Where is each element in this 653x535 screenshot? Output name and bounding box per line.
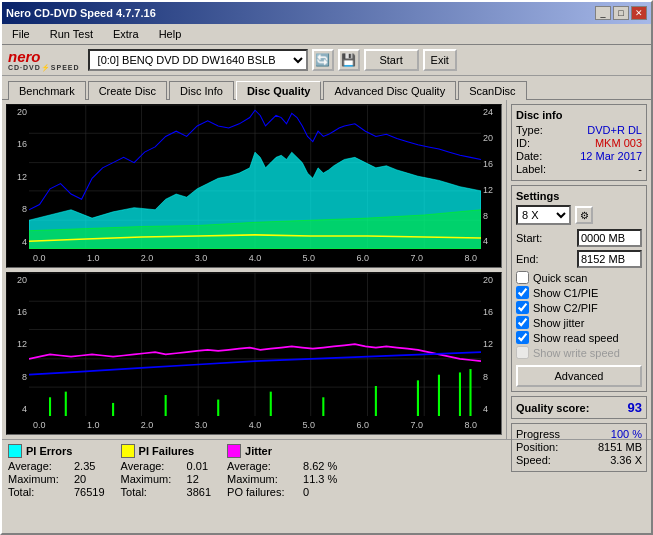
- close-button[interactable]: ✕: [631, 6, 647, 20]
- jitter-max-value: 11.3 %: [303, 473, 337, 485]
- position-label: Position:: [516, 441, 558, 453]
- jitter-color-swatch: [227, 444, 241, 458]
- tab-disc-info[interactable]: Disc Info: [169, 81, 234, 100]
- quick-scan-checkbox[interactable]: [516, 271, 529, 284]
- pi-failures-avg-label: Average:: [121, 460, 186, 472]
- show-c1-row: Show C1/PIE: [516, 286, 642, 299]
- title-bar: Nero CD-DVD Speed 4.7.7.16 _ □ ✕: [2, 2, 651, 24]
- chart2-yaxis-right: 20 16 12 8 4: [481, 273, 501, 417]
- show-c1-checkbox[interactable]: [516, 286, 529, 299]
- refresh-icon[interactable]: 🔄: [312, 49, 334, 71]
- start-input[interactable]: [577, 229, 642, 247]
- show-write-speed-label: Show write speed: [533, 347, 620, 359]
- pi-errors-avg-value: 2.35: [74, 460, 105, 472]
- show-c1-label: Show C1/PIE: [533, 287, 598, 299]
- pi-errors-color-swatch: [8, 444, 22, 458]
- exit-button[interactable]: Exit: [423, 49, 457, 71]
- menu-help[interactable]: Help: [153, 26, 188, 42]
- chart1-yaxis-right: 24 20 16 12 8 4: [481, 105, 501, 249]
- show-write-speed-checkbox: [516, 346, 529, 359]
- quick-scan-row: Quick scan: [516, 271, 642, 284]
- title-buttons: _ □ ✕: [595, 6, 647, 20]
- disc-label-row: Label: -: [516, 163, 642, 175]
- show-c2-label: Show C2/PIF: [533, 302, 598, 314]
- jitter-po-value: 0: [303, 486, 337, 498]
- disc-id-label: ID:: [516, 137, 530, 149]
- progress-value: 100 %: [611, 428, 642, 440]
- disc-date-row: Date: 12 Mar 2017: [516, 150, 642, 162]
- charts-area: 20 16 12 8 4 24 20 16 12 8 4: [2, 100, 506, 439]
- show-jitter-checkbox[interactable]: [516, 316, 529, 329]
- show-read-speed-checkbox[interactable]: [516, 331, 529, 344]
- tabs-bar: Benchmark Create Disc Disc Info Disc Qua…: [2, 76, 651, 99]
- disc-type-label: Type:: [516, 124, 543, 136]
- progress-row: Progress 100 %: [516, 428, 642, 440]
- pi-failures-label: PI Failures: [139, 445, 195, 457]
- disc-id-value: MKM 003: [595, 137, 642, 149]
- toolbar: nero CD·DVD⚡SPEED [0:0] BENQ DVD DD DW16…: [2, 45, 651, 76]
- position-value: 8151 MB: [598, 441, 642, 453]
- jitter-avg-value: 8.62 %: [303, 460, 337, 472]
- main-window: Nero CD-DVD Speed 4.7.7.16 _ □ ✕ File Ru…: [0, 0, 653, 535]
- start-field-row: Start:: [516, 229, 642, 247]
- show-c2-checkbox[interactable]: [516, 301, 529, 314]
- quick-scan-label: Quick scan: [533, 272, 587, 284]
- speed-select[interactable]: 8 X: [516, 205, 571, 225]
- end-input[interactable]: [577, 250, 642, 268]
- menu-run-test[interactable]: Run Test: [44, 26, 99, 42]
- pi-failures-avg-value: 0.01: [187, 460, 211, 472]
- settings-section: Settings 8 X ⚙ Start: End: Qui: [511, 185, 647, 392]
- tab-advanced-disc-quality[interactable]: Advanced Disc Quality: [323, 81, 456, 100]
- chart1: 20 16 12 8 4 24 20 16 12 8 4: [6, 104, 502, 268]
- legend-pi-failures: PI Failures Average: 0.01 Maximum: 12 To…: [121, 444, 211, 498]
- progress-section: Progress 100 % Position: 8151 MB Speed: …: [511, 423, 647, 472]
- start-label: Start:: [516, 232, 542, 244]
- drive-select[interactable]: [0:0] BENQ DVD DD DW1640 BSLB: [88, 49, 308, 71]
- disc-info-title: Disc info: [516, 109, 642, 121]
- show-jitter-row: Show jitter: [516, 316, 642, 329]
- disc-type-value: DVD+R DL: [587, 124, 642, 136]
- show-write-speed-row: Show write speed: [516, 346, 642, 359]
- disc-label-label: Label:: [516, 163, 546, 175]
- speed-row-progress: Speed: 3.36 X: [516, 454, 642, 466]
- end-label: End:: [516, 253, 539, 265]
- menu-file[interactable]: File: [6, 26, 36, 42]
- position-row: Position: 8151 MB: [516, 441, 642, 453]
- menu-extra[interactable]: Extra: [107, 26, 145, 42]
- pi-failures-total-value: 3861: [187, 486, 211, 498]
- speed-settings-icon[interactable]: ⚙: [575, 206, 593, 224]
- disc-date-label: Date:: [516, 150, 542, 162]
- end-field-row: End:: [516, 250, 642, 268]
- speed-value: 3.36 X: [610, 454, 642, 466]
- jitter-avg-label: Average:: [227, 460, 302, 472]
- chart1-xaxis: 0.0 1.0 2.0 3.0 4.0 5.0 6.0 7.0 8.0: [29, 249, 481, 267]
- tab-scan-disc[interactable]: ScanDisc: [458, 81, 526, 100]
- disc-date-value: 12 Mar 2017: [580, 150, 642, 162]
- pi-errors-max-label: Maximum:: [8, 473, 73, 485]
- chart2-plot: [29, 273, 481, 417]
- pi-failures-color-swatch: [121, 444, 135, 458]
- disc-label-value: -: [638, 163, 642, 175]
- minimize-button[interactable]: _: [595, 6, 611, 20]
- quality-score-value: 93: [628, 400, 642, 415]
- start-button[interactable]: Start: [364, 49, 419, 71]
- maximize-button[interactable]: □: [613, 6, 629, 20]
- disc-id-row: ID: MKM 003: [516, 137, 642, 149]
- chart1-plot: [29, 105, 481, 249]
- tab-benchmark[interactable]: Benchmark: [8, 81, 86, 100]
- show-read-speed-row: Show read speed: [516, 331, 642, 344]
- show-read-speed-label: Show read speed: [533, 332, 619, 344]
- pi-failures-max-value: 12: [187, 473, 211, 485]
- chart2-xaxis: 0.0 1.0 2.0 3.0 4.0 5.0 6.0 7.0 8.0: [29, 416, 481, 434]
- advanced-button[interactable]: Advanced: [516, 365, 642, 387]
- show-c2-row: Show C2/PIF: [516, 301, 642, 314]
- jitter-max-label: Maximum:: [227, 473, 302, 485]
- tab-create-disc[interactable]: Create Disc: [88, 81, 167, 100]
- save-icon[interactable]: 💾: [338, 49, 360, 71]
- pi-errors-avg-label: Average:: [8, 460, 73, 472]
- tab-disc-quality[interactable]: Disc Quality: [236, 81, 322, 100]
- pi-failures-max-label: Maximum:: [121, 473, 186, 485]
- chart2-yaxis-left: 20 16 12 8 4: [7, 273, 29, 417]
- progress-label: Progress: [516, 428, 560, 440]
- disc-type-row: Type: DVD+R DL: [516, 124, 642, 136]
